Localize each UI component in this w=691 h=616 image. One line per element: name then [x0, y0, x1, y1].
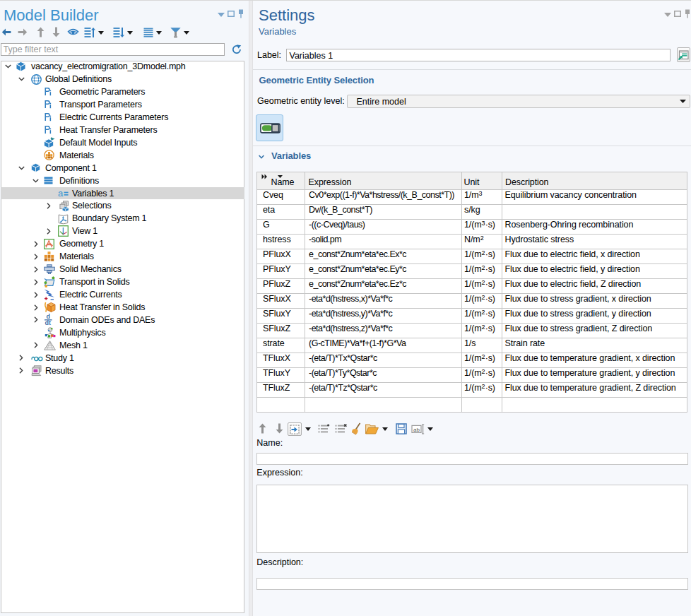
- svg-text:dt: dt: [45, 320, 51, 326]
- svg-text:ab: ab: [413, 427, 420, 433]
- svg-text:a: a: [58, 189, 64, 198]
